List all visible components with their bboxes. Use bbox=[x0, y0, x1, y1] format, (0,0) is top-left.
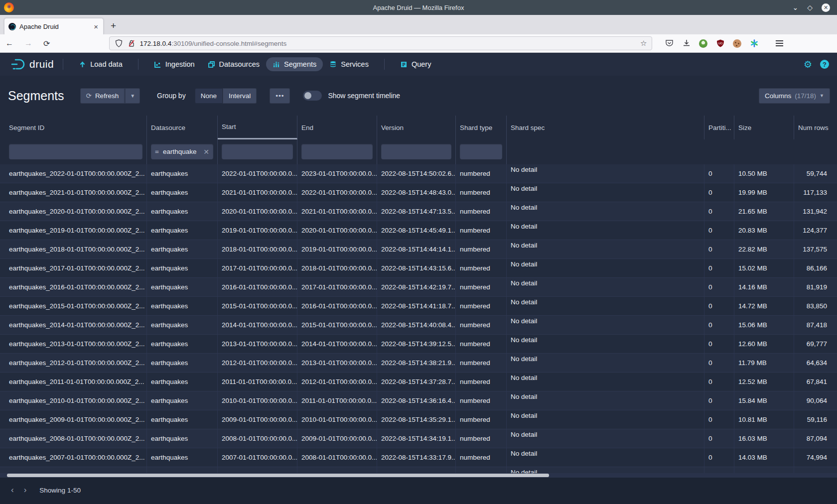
group-by-interval-button[interactable]: Interval bbox=[223, 88, 257, 104]
cell-shard-spec[interactable]: No detail bbox=[507, 183, 704, 202]
cell-partitions[interactable]: 0 bbox=[704, 278, 734, 296]
cell-size[interactable]: 14.03 MB bbox=[734, 448, 794, 467]
cell-end[interactable]: 2020-01-01T00:00:00.0... bbox=[297, 221, 377, 240]
cell-shard-type[interactable]: numbered bbox=[456, 202, 507, 221]
table-row[interactable]: earthquakes_2018-01-01T00:00:00.000Z_2..… bbox=[0, 240, 837, 259]
browser-tab[interactable]: Apache Druid × bbox=[4, 18, 104, 34]
cell-num-rows[interactable]: 64,634 bbox=[794, 354, 837, 372]
cell-partitions[interactable]: 0 bbox=[704, 183, 734, 202]
url-bar[interactable]: 172.18.0.4:30109/unified-console.html#se… bbox=[109, 36, 652, 50]
cell-datasource[interactable]: earthquakes bbox=[147, 202, 218, 221]
cell-size[interactable]: 12.52 MB bbox=[734, 373, 794, 391]
cell-shard-type[interactable]: numbered bbox=[456, 221, 507, 240]
window-close-icon[interactable]: ✕ bbox=[822, 3, 830, 12]
cell-shard-spec[interactable]: No detail bbox=[507, 259, 704, 277]
cell-shard-type[interactable]: numbered bbox=[456, 448, 507, 467]
cell-num-rows[interactable]: 67,841 bbox=[794, 373, 837, 391]
refresh-interval-dropdown[interactable]: ▼ bbox=[125, 88, 140, 104]
cell-version[interactable]: 2022-08-15T14:45:49.1... bbox=[377, 221, 456, 240]
more-options-button[interactable]: ••• bbox=[270, 88, 290, 104]
column-header-start[interactable]: Start bbox=[218, 116, 297, 139]
cell-start[interactable]: 2009-01-01T00:00:00.0... bbox=[218, 410, 297, 429]
cell-end[interactable]: 2014-01-01T00:00:00.0... bbox=[297, 335, 377, 353]
cell-start[interactable]: 2010-01-01T00:00:00.0... bbox=[218, 391, 297, 410]
cell-end[interactable]: 2022-01-01T00:00:00.0... bbox=[297, 183, 377, 202]
table-row[interactable]: earthquakes_2011-01-01T00:00:00.000Z_2..… bbox=[0, 373, 837, 391]
cell-shard-type[interactable]: numbered bbox=[456, 391, 507, 410]
cell-version[interactable]: 2022-08-15T14:35:29.1... bbox=[377, 410, 456, 429]
cell-partitions[interactable]: 0 bbox=[704, 354, 734, 372]
cell-shard-type[interactable]: numbered bbox=[456, 240, 507, 258]
column-header-segment-id[interactable]: Segment ID bbox=[5, 116, 147, 139]
cell-size[interactable]: 21.65 MB bbox=[734, 202, 794, 221]
cell-partitions[interactable]: 0 bbox=[704, 202, 734, 221]
cell-shard-spec[interactable]: No detail bbox=[507, 164, 704, 183]
cell-end[interactable]: 2010-01-01T00:00:00.0... bbox=[297, 410, 377, 429]
table-row[interactable]: earthquakes_2020-01-01T00:00:00.000Z_2..… bbox=[0, 202, 837, 221]
extension-privacy-icon[interactable] bbox=[699, 39, 707, 48]
scrollbar-thumb[interactable] bbox=[7, 474, 549, 477]
cell-shard-type[interactable]: numbered bbox=[456, 278, 507, 296]
cell-segment-id[interactable]: earthquakes_2017-01-01T00:00:00.000Z_2..… bbox=[5, 259, 147, 277]
cell-num-rows[interactable]: 83,850 bbox=[794, 297, 837, 315]
cell-shard-type[interactable]: numbered bbox=[456, 259, 507, 277]
table-row[interactable]: earthquakes_2013-01-01T00:00:00.000Z_2..… bbox=[0, 335, 837, 354]
cell-start[interactable]: 2019-01-01T00:00:00.0... bbox=[218, 221, 297, 240]
cell-num-rows[interactable]: 131,942 bbox=[794, 202, 837, 221]
url-text[interactable]: 172.18.0.4:30109/unified-console.html#se… bbox=[140, 40, 636, 47]
cell-num-rows[interactable]: 59,116 bbox=[794, 410, 837, 429]
cell-start[interactable]: 2014-01-01T00:00:00.0... bbox=[218, 316, 297, 334]
cell-shard-spec[interactable]: No detail bbox=[507, 316, 704, 334]
reload-icon[interactable]: ⟳ bbox=[38, 39, 55, 48]
table-row[interactable]: earthquakes_2022-01-01T00:00:00.000Z_2..… bbox=[0, 164, 837, 183]
cell-start[interactable]: 2015-01-01T00:00:00.0... bbox=[218, 297, 297, 315]
cell-datasource[interactable]: earthquakes bbox=[147, 297, 218, 315]
cell-shard-spec[interactable]: No detail bbox=[507, 391, 704, 410]
cell-end[interactable]: 2009-01-01T00:00:00.0... bbox=[297, 429, 377, 448]
cell-num-rows[interactable]: 117,133 bbox=[794, 183, 837, 202]
cell-end[interactable]: 2023-01-01T00:00:00.0... bbox=[297, 164, 377, 183]
cell-start[interactable]: 2013-01-01T00:00:00.0... bbox=[218, 335, 297, 353]
new-tab-button[interactable]: + bbox=[111, 20, 116, 34]
cell-segment-id[interactable]: earthquakes_2012-01-01T00:00:00.000Z_2..… bbox=[5, 354, 147, 372]
cell-size[interactable]: 19.99 MB bbox=[734, 183, 794, 202]
column-header-num-rows[interactable]: Num rows bbox=[794, 116, 837, 139]
cell-shard-type[interactable]: numbered bbox=[456, 373, 507, 391]
shard-type-filter-input[interactable] bbox=[460, 144, 502, 159]
cell-segment-id[interactable]: earthquakes_2010-01-01T00:00:00.000Z_2..… bbox=[5, 391, 147, 410]
cell-segment-id[interactable]: earthquakes_2019-01-01T00:00:00.000Z_2..… bbox=[5, 221, 147, 240]
prev-page-icon[interactable]: ‹ bbox=[6, 485, 19, 495]
cell-partitions[interactable]: 0 bbox=[704, 221, 734, 240]
settings-gear-icon[interactable]: ⚙ bbox=[804, 60, 812, 69]
nav-item-datasources[interactable]: Datasources bbox=[201, 57, 266, 71]
table-row[interactable]: earthquakes_2012-01-01T00:00:00.000Z_2..… bbox=[0, 354, 837, 373]
group-by-none-button[interactable]: None bbox=[195, 88, 223, 104]
cell-size[interactable]: 22.82 MB bbox=[734, 240, 794, 258]
nav-item-load-data[interactable]: Load data bbox=[72, 57, 129, 71]
table-row[interactable]: earthquakes_2009-01-01T00:00:00.000Z_2..… bbox=[0, 410, 837, 429]
column-header-version[interactable]: Version bbox=[377, 116, 456, 139]
cell-size[interactable]: 14.72 MB bbox=[734, 297, 794, 315]
cell-version[interactable]: 2022-08-15T14:43:15.6... bbox=[377, 259, 456, 277]
cell-version[interactable]: 2022-08-15T14:47:13.5... bbox=[377, 202, 456, 221]
column-header-datasource[interactable]: Datasource bbox=[147, 116, 218, 139]
cell-num-rows[interactable]: 137,575 bbox=[794, 240, 837, 258]
table-row[interactable]: earthquakes_2016-01-01T00:00:00.000Z_2..… bbox=[0, 278, 837, 297]
cell-end[interactable]: 2011-01-01T00:00:00.0... bbox=[297, 391, 377, 410]
version-filter-input[interactable] bbox=[381, 144, 451, 159]
segment-id-filter-input[interactable] bbox=[9, 144, 142, 159]
cell-shard-type[interactable]: numbered bbox=[456, 354, 507, 372]
refresh-button[interactable]: ⟳ Refresh bbox=[80, 88, 125, 104]
cell-shard-type[interactable]: numbered bbox=[456, 410, 507, 429]
cell-partitions[interactable]: 0 bbox=[704, 373, 734, 391]
nav-item-segments[interactable]: Segments bbox=[266, 57, 323, 71]
cell-datasource[interactable]: earthquakes bbox=[147, 335, 218, 353]
menu-icon[interactable] bbox=[776, 40, 783, 46]
pocket-icon[interactable] bbox=[665, 39, 674, 48]
cell-version[interactable]: 2022-08-15T14:34:19.1... bbox=[377, 429, 456, 448]
cell-shard-spec[interactable]: No detail bbox=[507, 240, 704, 258]
cell-shard-type[interactable]: numbered bbox=[456, 183, 507, 202]
bookmark-star-icon[interactable]: ☆ bbox=[640, 39, 647, 48]
cell-start[interactable]: 2017-01-01T00:00:00.0... bbox=[218, 259, 297, 277]
cell-shard-spec[interactable]: No detail bbox=[507, 202, 704, 221]
